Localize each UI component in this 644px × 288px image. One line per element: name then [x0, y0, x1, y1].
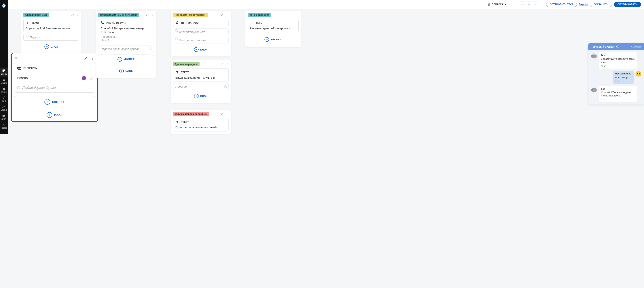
add-block-button[interactable]: + БЛОК: [173, 92, 229, 101]
card-ask-name[interactable]: Спрашиваем имя ТЕКСТ Здравствуйте! Введи…: [21, 11, 82, 54]
empty-intent-row[interactable]: Любая другая фраза: [14, 83, 95, 92]
svg-rect-3: [2, 71, 4, 72]
svg-point-39: [223, 63, 223, 64]
svg-point-15: [72, 15, 72, 16]
nav-dialogs[interactable]: Диал: [0, 113, 8, 122]
text-block[interactable]: ТЕКСТ Здравствуйте! Введите ваше имя: [24, 19, 79, 32]
intent-row[interactable]: Имена: [14, 73, 95, 83]
plus-icon: +: [44, 99, 50, 105]
connect-icon[interactable]: [220, 13, 224, 16]
nav-label: Статис: [1, 109, 7, 111]
card-tag: Передаем имя и телефон: [173, 13, 208, 17]
add-block-button[interactable]: + БЛОК: [173, 45, 229, 54]
intents-block: ИНТЕНТЫ Имена Любая другая фраза: [14, 63, 95, 93]
nav-stats[interactable]: Статис: [0, 104, 8, 113]
svg-point-33: [223, 14, 223, 14]
add-button-button[interactable]: + КНОПКА: [98, 55, 154, 64]
canvas[interactable]: Спрашиваем имя ТЕКСТ Здравствуйте! Введи…: [8, 9, 300, 134]
text-icon: [176, 70, 179, 74]
scenario-icon: [2, 69, 6, 73]
connect-icon[interactable]: [84, 56, 88, 60]
logo[interactable]: [0, 2, 8, 9]
svg-point-24: [92, 59, 92, 59]
transition-slot[interactable]: Переход: [24, 34, 79, 41]
svg-point-40: [227, 63, 228, 64]
faq-icon: [2, 87, 6, 91]
add-block-button[interactable]: + БЛОК: [24, 42, 79, 51]
text-block[interactable]: ТЕКСТ Ваша заявка принята. Мы с в...: [173, 68, 229, 82]
transition-slot[interactable]: Переход после ввода $phone2: [98, 45, 154, 52]
nav-settings[interactable]: Настро: [0, 122, 8, 131]
text-block[interactable]: ТЕКСТ Произошла техническая ошибк...: [173, 118, 229, 132]
svg-rect-2: [4, 69, 5, 71]
card-tag: Данные переданы: [173, 62, 200, 66]
stats-icon: [2, 105, 6, 109]
svg-point-20: [84, 59, 85, 59]
plus-icon: +: [44, 44, 49, 49]
card-end[interactable]: Конец сценария ТЕКСТ На этом сценарий за…: [245, 11, 300, 47]
plus-icon: +: [119, 69, 124, 73]
plus-icon: +: [118, 57, 122, 62]
more-icon[interactable]: [226, 63, 229, 66]
sidebar: Сцена Сущно FAQ и Кана Статис Диал Настр…: [0, 0, 8, 134]
connect-icon[interactable]: [220, 113, 224, 116]
plus-icon: +: [46, 112, 52, 118]
nav-entities[interactable]: Сущно: [0, 77, 8, 86]
card-send-data[interactable]: Передаем имя и телефон HTTP-ЗАПРОС Завер…: [170, 11, 231, 56]
svg-point-18: [78, 14, 78, 15]
port-icon[interactable]: [90, 77, 92, 80]
svg-point-38: [221, 65, 222, 65]
svg-point-23: [92, 58, 92, 58]
connect-icon[interactable]: [220, 63, 224, 66]
svg-point-30: [152, 14, 153, 15]
add-button-button[interactable]: + КНОПКА: [256, 35, 290, 44]
more-icon[interactable]: [90, 56, 94, 60]
nav-scenario[interactable]: Сцена: [0, 68, 8, 77]
card-ask-phone[interactable]: Спрашиваем номер телефона PHONE TO $VAR …: [96, 11, 156, 78]
svg-point-34: [227, 14, 228, 14]
svg-point-45: [227, 113, 228, 114]
phone-block[interactable]: PHONE TO $VAR Спасибо! Теперь введите но…: [98, 19, 154, 44]
more-icon[interactable]: [226, 113, 229, 116]
success-slot[interactable]: Завершен успешно: [173, 28, 229, 35]
add-block-button[interactable]: + БЛОК: [98, 66, 154, 76]
svg-point-19: [78, 15, 78, 16]
text-icon: [250, 21, 254, 25]
settings-icon: [2, 123, 6, 127]
text-icon: [176, 120, 179, 124]
svg-point-35: [227, 14, 228, 15]
svg-point-46: [227, 114, 228, 114]
transition-slot[interactable]: Переход: [173, 83, 229, 90]
channels-icon: [2, 96, 6, 100]
plus-icon: +: [264, 37, 269, 42]
connect-icon[interactable]: [71, 13, 74, 16]
svg-point-32: [221, 15, 222, 16]
plus-icon: +: [194, 47, 198, 52]
plus-icon: +: [194, 94, 198, 98]
nav-label: Сущно: [1, 82, 7, 84]
more-icon[interactable]: [76, 13, 79, 16]
nav-faq[interactable]: FAQ и: [0, 86, 8, 95]
card-intents-selected[interactable]: # ИНТЕНТЫ Имена Любая другая фраза: [11, 53, 98, 122]
svg-point-9: [4, 124, 4, 125]
card-data-sent[interactable]: Данные переданы ТЕКСТ Ваша заявка принят…: [170, 60, 231, 103]
svg-rect-37: [176, 22, 178, 24]
svg-point-21: [86, 57, 87, 57]
http-block[interactable]: HTTP-ЗАПРОС: [173, 19, 229, 27]
card-error[interactable]: Ошибка передачи данных ТЕКСТ Произошла т…: [170, 110, 231, 134]
add-button-button[interactable]: + КНОПКА: [14, 96, 95, 108]
svg-point-17: [78, 14, 78, 14]
nav-channels[interactable]: Кана: [0, 95, 8, 104]
more-icon[interactable]: [226, 13, 229, 16]
svg-point-42: [227, 65, 228, 65]
svg-rect-1: [2, 69, 4, 71]
svg-point-28: [148, 14, 148, 14]
text-block[interactable]: ТЕКСТ На этом сценарий завершаетс...: [248, 19, 298, 32]
connect-icon[interactable]: [146, 13, 149, 16]
svg-point-27: [146, 15, 147, 16]
svg-point-7: [4, 98, 4, 99]
svg-point-31: [152, 15, 153, 16]
more-icon[interactable]: [151, 13, 154, 16]
add-block-button[interactable]: + БЛОК: [12, 109, 97, 121]
error-slot[interactable]: Завершен с ошибкой: [173, 37, 229, 43]
